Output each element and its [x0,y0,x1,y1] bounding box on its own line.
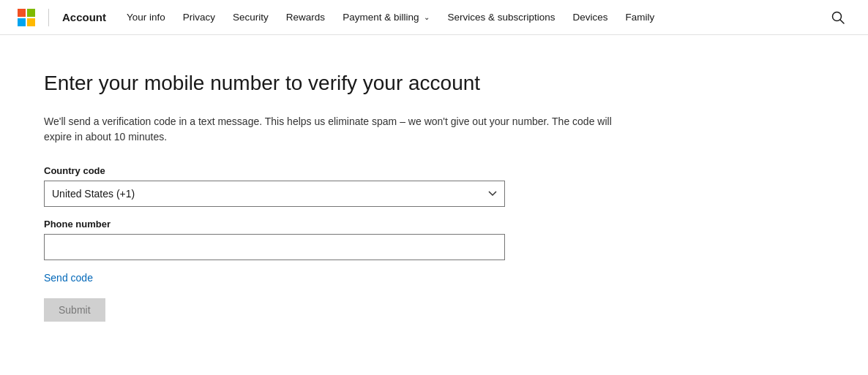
submit-button[interactable]: Submit [44,298,105,322]
svg-rect-2 [18,18,26,26]
main-content: Enter your mobile number to verify your … [0,35,659,357]
phone-number-label: Phone number [44,219,512,230]
nav-item-services-subscriptions[interactable]: Services & subscriptions [438,0,564,35]
nav-item-rewards[interactable]: Rewards [277,0,334,35]
nav-item-privacy[interactable]: Privacy [174,0,224,35]
send-code-link[interactable]: Send code [44,272,93,284]
page-title: Enter your mobile number to verify your … [44,70,615,96]
form-section: Country code United States (+1) Canada (… [44,165,512,322]
nav-item-your-info[interactable]: Your info [118,0,174,35]
nav-item-security[interactable]: Security [224,0,277,35]
nav-item-family[interactable]: Family [617,0,664,35]
account-label: Account [62,11,106,23]
logo-divider [48,9,49,26]
svg-line-5 [840,20,844,23]
description-text: We'll send a verification code in a text… [44,114,615,145]
search-icon[interactable] [826,11,850,24]
header: Account Your info Privacy Security Rewar… [0,0,868,35]
svg-rect-3 [27,18,35,26]
svg-rect-0 [18,9,26,17]
svg-rect-1 [27,9,35,17]
chevron-down-icon: ⌄ [424,13,430,21]
nav-item-devices[interactable]: Devices [564,0,617,35]
nav-item-payment-billing[interactable]: Payment & billing ⌄ [334,0,438,35]
microsoft-logo-icon [18,9,35,26]
nav-links: Your info Privacy Security Rewards Payme… [118,0,826,35]
country-code-label: Country code [44,165,512,176]
country-code-select[interactable]: United States (+1) Canada (+1) United Ki… [44,181,505,207]
phone-number-input[interactable] [44,234,505,260]
logo-area: Account [18,9,109,26]
